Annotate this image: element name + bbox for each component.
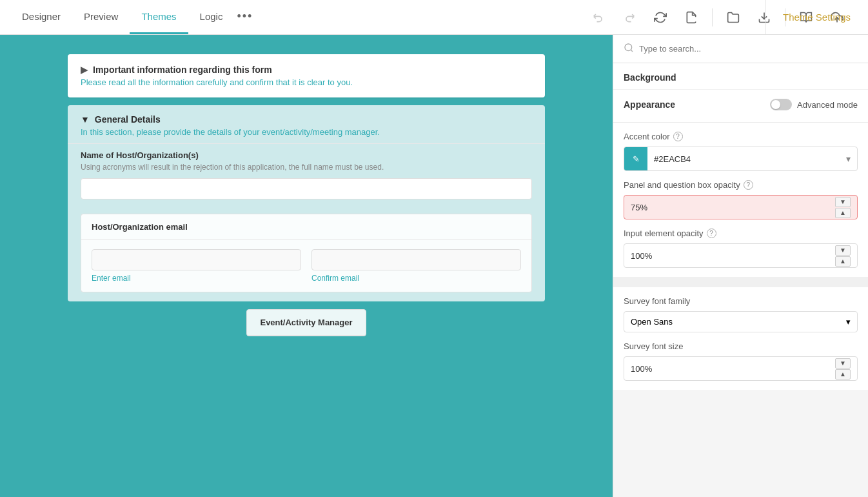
host-field-label: Name of Host/Organization(s) xyxy=(81,150,532,160)
info-card-title: ▶ Important information regarding this f… xyxy=(81,65,532,75)
form-canvas: ▶ Important information regarding this f… xyxy=(0,35,613,497)
chevron-down-icon: ▼ xyxy=(81,114,90,125)
input-opacity-value: 100% xyxy=(631,251,835,261)
top-navigation: Designer Preview Themes Logic ••• xyxy=(0,0,868,35)
host-name-input[interactable] xyxy=(81,178,532,199)
font-size-field[interactable]: 100% ▼ ▲ xyxy=(624,356,858,381)
undo-button[interactable] xyxy=(588,7,609,28)
color-picker[interactable]: ✎ #2EACB4 ▾ xyxy=(624,147,858,171)
theme-settings-label: Theme Settings xyxy=(765,0,868,34)
enter-email-placeholder: Enter email xyxy=(92,274,301,283)
tab-themes[interactable]: Themes xyxy=(130,0,188,34)
font-family-value: Open Sans xyxy=(631,317,673,327)
advanced-mode-label: Advanced mode xyxy=(797,100,858,110)
svg-point-2 xyxy=(625,44,632,51)
font-size-label: Survey font size xyxy=(624,341,858,351)
panel-opacity-value: 75% xyxy=(631,203,835,212)
font-size-row: Survey font size 100% ▼ ▲ xyxy=(624,341,858,381)
thick-divider xyxy=(613,282,868,287)
host-field-sublabel: Using acronyms will result in the reject… xyxy=(81,163,532,172)
section-subtitle: In this section, please provide the deta… xyxy=(81,127,380,137)
tab-preview[interactable]: Preview xyxy=(72,0,130,34)
advanced-mode-toggle-row: Advanced mode xyxy=(770,99,858,110)
input-opacity-label: Input element opacity ? xyxy=(624,228,858,238)
input-opacity-steppers: ▼ ▲ xyxy=(835,245,851,267)
open-button[interactable] xyxy=(723,7,744,28)
font-size-up-btn[interactable]: ▲ xyxy=(835,369,851,380)
panel-opacity-down-btn[interactable]: ▼ xyxy=(835,197,851,207)
panel-opacity-help-icon[interactable]: ? xyxy=(744,180,753,190)
enter-email-wrap: Enter email xyxy=(92,249,301,283)
search-icon xyxy=(624,43,634,55)
tab-logic[interactable]: Logic xyxy=(188,0,235,34)
appearance-row: Appearance Advanced mode xyxy=(624,99,858,110)
tab-designer[interactable]: Designer xyxy=(10,0,72,34)
panel-opacity-label: Panel and question box opacity ? xyxy=(624,180,858,190)
color-value: #2EACB4 xyxy=(647,154,840,164)
font-group: Survey font family Open Sans ▾ Survey fo… xyxy=(613,287,868,390)
background-label: Background xyxy=(613,63,868,90)
font-size-down-btn[interactable]: ▼ xyxy=(835,358,851,369)
font-size-steppers: ▼ ▲ xyxy=(835,358,851,380)
input-opacity-row: Input element opacity ? 100% ▼ ▲ xyxy=(624,228,858,268)
appearance-block: Appearance Advanced mode xyxy=(613,90,868,123)
info-card-subtitle: Please read all the information carefull… xyxy=(81,77,532,87)
panel-opacity-up-btn[interactable]: ▲ xyxy=(835,208,851,218)
input-opacity-up-btn[interactable]: ▲ xyxy=(835,256,851,267)
email-sub-panel: Host/Organization email Enter email Conf… xyxy=(81,214,532,292)
email-fields-row: Enter email Confirm email xyxy=(92,249,521,283)
font-family-label: Survey font family xyxy=(624,296,858,306)
input-opacity-down-btn[interactable]: ▼ xyxy=(835,245,851,256)
accent-color-label: Accent color ? xyxy=(624,132,858,141)
confirm-email-wrap: Confirm email xyxy=(311,249,521,283)
more-tabs-button[interactable]: ••• xyxy=(234,0,255,34)
right-panel: Background Appearance Advanced mode Acce… xyxy=(613,35,868,497)
panel-opacity-steppers: ▼ ▲ xyxy=(835,197,851,218)
email-panel-header: Host/Organization email xyxy=(81,214,531,240)
input-opacity-field[interactable]: 100% ▼ ▲ xyxy=(624,243,858,268)
search-input[interactable] xyxy=(639,44,858,54)
advanced-mode-toggle[interactable] xyxy=(770,99,792,110)
toggle-thumb xyxy=(771,100,780,109)
font-size-value: 100% xyxy=(631,364,835,374)
input-opacity-help-icon[interactable]: ? xyxy=(707,228,716,238)
font-family-dropdown-arrow: ▾ xyxy=(846,317,851,327)
general-details-section: ▼ General Details In this section, pleas… xyxy=(68,105,545,301)
main-area: ▶ Important information regarding this f… xyxy=(0,35,868,497)
font-family-select[interactable]: Open Sans ▾ xyxy=(624,311,858,332)
host-field-group: Name of Host/Organization(s) Using acron… xyxy=(68,143,545,208)
refresh-button[interactable] xyxy=(650,7,671,28)
fill-button[interactable] xyxy=(681,7,702,28)
accent-color-help-icon[interactable]: ? xyxy=(673,132,683,141)
color-dropdown-arrow[interactable]: ▾ xyxy=(840,154,857,164)
nav-tabs: Designer Preview Themes Logic ••• xyxy=(10,0,255,34)
appearance-title: Appearance xyxy=(624,99,675,110)
section-title: ▼ General Details xyxy=(81,114,161,125)
font-family-row: Survey font family Open Sans ▾ xyxy=(624,296,858,332)
enter-email-input[interactable] xyxy=(92,249,301,270)
panel-opacity-field[interactable]: 75% ▼ ▲ xyxy=(624,195,858,219)
info-card: ▶ Important information regarding this f… xyxy=(68,54,545,97)
chevron-right-icon: ▶ xyxy=(81,65,88,75)
event-panel: Event/Activity Manager xyxy=(246,309,366,336)
accent-color-group: Accent color ? ✎ #2EACB4 ▾ Panel and que… xyxy=(613,123,868,282)
email-panel-body: Enter email Confirm email xyxy=(81,240,531,292)
panel-opacity-row: Panel and question box opacity ? 75% ▼ ▲ xyxy=(624,180,858,219)
section-header: ▼ General Details In this section, pleas… xyxy=(68,105,545,143)
toolbar-separator-1 xyxy=(712,8,713,26)
accent-color-row: Accent color ? ✎ #2EACB4 ▾ xyxy=(624,132,858,171)
confirm-email-placeholder: Confirm email xyxy=(311,274,521,283)
event-panel-header: Event/Activity Manager xyxy=(247,310,365,336)
color-swatch[interactable]: ✎ xyxy=(624,147,647,170)
redo-button[interactable] xyxy=(619,7,640,28)
search-bar xyxy=(613,35,868,63)
pencil-icon: ✎ xyxy=(633,154,640,164)
confirm-email-input[interactable] xyxy=(311,249,521,270)
